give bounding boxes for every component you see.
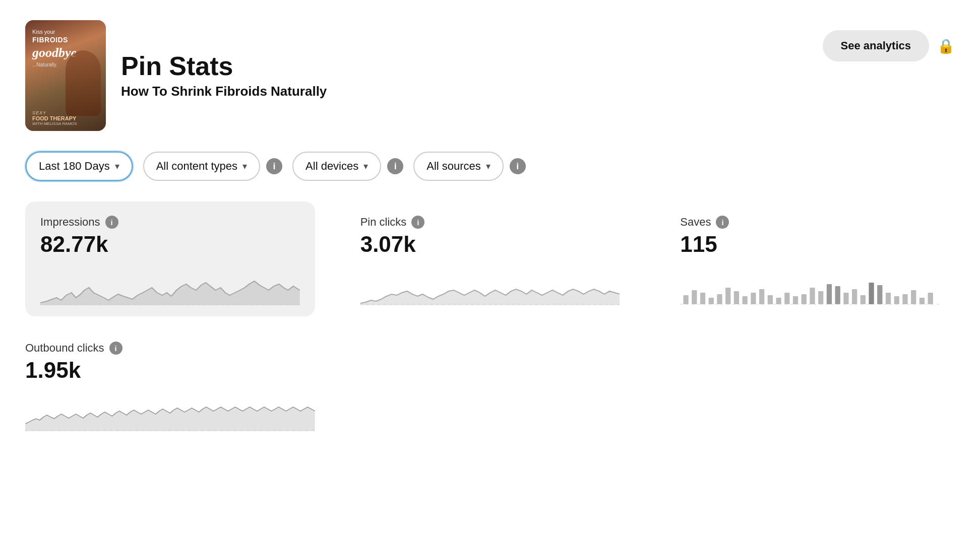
svg-rect-19 <box>827 284 832 304</box>
saves-label: Saves <box>680 216 711 229</box>
svg-rect-17 <box>810 288 815 304</box>
svg-rect-31 <box>928 293 933 304</box>
devices-group: All devices ▾ i <box>292 152 403 181</box>
svg-rect-27 <box>894 296 899 304</box>
chevron-down-icon: ▾ <box>363 161 368 172</box>
devices-dropdown[interactable]: All devices ▾ <box>292 152 381 181</box>
content-types-info-icon[interactable]: i <box>266 158 282 174</box>
svg-rect-25 <box>877 285 882 304</box>
header-titles: Pin Stats How To Shrink Fibroids Natural… <box>121 52 327 99</box>
devices-label: All devices <box>305 160 358 173</box>
pin-clicks-chart <box>360 265 620 305</box>
svg-rect-21 <box>844 293 849 304</box>
empty-col-3 <box>665 336 955 436</box>
svg-rect-16 <box>802 294 807 304</box>
pin-thumbnail: Kiss your FIBROIDS goodbye ...Naturally.… <box>25 20 106 131</box>
svg-rect-5 <box>709 298 714 304</box>
devices-info-icon[interactable]: i <box>387 158 403 174</box>
outbound-clicks-chart <box>25 391 315 431</box>
header-left: Kiss your FIBROIDS goodbye ...Naturally.… <box>25 20 327 131</box>
outbound-clicks-card: Outbound clicks i 1.95k <box>25 336 315 436</box>
svg-rect-28 <box>903 294 908 304</box>
svg-rect-24 <box>869 283 874 304</box>
svg-rect-9 <box>743 296 748 304</box>
impressions-card: Impressions i 82.77k <box>25 201 315 316</box>
svg-rect-6 <box>717 294 722 304</box>
impressions-chart <box>40 265 300 305</box>
pin-clicks-label: Pin clicks <box>360 216 407 229</box>
outbound-clicks-label-group: Outbound clicks i <box>25 342 315 355</box>
page-header: Kiss your FIBROIDS goodbye ...Naturally.… <box>25 20 955 131</box>
svg-rect-22 <box>852 289 857 304</box>
filters-bar: Last 180 Days ▾ All content types ▾ i Al… <box>25 151 955 181</box>
svg-rect-13 <box>776 298 781 304</box>
see-analytics-button[interactable]: See analytics <box>823 30 929 61</box>
svg-rect-12 <box>768 295 773 304</box>
saves-value: 115 <box>680 232 940 257</box>
svg-rect-11 <box>759 289 764 304</box>
sources-group: All sources ▾ i <box>413 152 526 181</box>
header-right: See analytics 🔒 <box>823 20 955 61</box>
pin-brand-text: Sexy FOOD THERAPY WITH MELISSA RAMOS <box>32 110 99 126</box>
svg-rect-20 <box>835 286 840 304</box>
content-types-group: All content types ▾ i <box>143 152 282 181</box>
svg-rect-3 <box>692 290 697 304</box>
svg-rect-7 <box>725 288 730 304</box>
empty-col-2 <box>345 336 635 436</box>
svg-rect-26 <box>886 293 891 304</box>
svg-rect-14 <box>784 293 789 304</box>
sources-info-icon[interactable]: i <box>510 158 526 174</box>
lock-icon: 🔒 <box>937 38 955 54</box>
svg-rect-23 <box>861 295 866 304</box>
outbound-clicks-value: 1.95k <box>25 358 315 383</box>
content-types-dropdown[interactable]: All content types ▾ <box>143 152 260 181</box>
svg-rect-10 <box>751 293 756 304</box>
silhouette-decoration <box>66 50 101 116</box>
saves-info-icon[interactable]: i <box>716 216 729 229</box>
pin-clicks-value: 3.07k <box>360 232 620 257</box>
chevron-down-icon: ▾ <box>486 161 491 172</box>
svg-rect-8 <box>734 291 739 304</box>
page-title: Pin Stats <box>121 52 327 81</box>
sources-dropdown[interactable]: All sources ▾ <box>413 152 504 181</box>
svg-rect-2 <box>684 295 689 304</box>
chevron-down-icon: ▾ <box>115 161 119 172</box>
stats-grid: Impressions i 82.77k Pin clicks i 3.07k <box>25 201 955 316</box>
stats-bottom-grid: Outbound clicks i 1.95k <box>25 336 955 436</box>
chevron-down-icon: ▾ <box>242 161 247 172</box>
svg-rect-15 <box>793 296 798 304</box>
saves-chart <box>680 265 940 305</box>
date-range-dropdown[interactable]: Last 180 Days ▾ <box>25 151 133 181</box>
impressions-value: 82.77k <box>40 232 300 257</box>
sources-label: All sources <box>426 160 481 173</box>
saves-card: Saves i 115 <box>665 201 955 316</box>
outbound-clicks-label: Outbound clicks <box>25 342 104 355</box>
saves-label-group: Saves i <box>680 216 940 229</box>
impressions-label: Impressions <box>40 216 100 229</box>
pin-clicks-card: Pin clicks i 3.07k <box>345 201 635 316</box>
svg-rect-18 <box>818 291 823 304</box>
svg-rect-29 <box>911 290 916 304</box>
outbound-clicks-info-icon[interactable]: i <box>109 342 122 355</box>
content-types-label: All content types <box>156 160 237 173</box>
impressions-info-icon[interactable]: i <box>105 216 118 229</box>
page-subtitle: How To Shrink Fibroids Naturally <box>121 84 327 99</box>
date-range-label: Last 180 Days <box>39 160 110 173</box>
svg-rect-30 <box>920 298 925 304</box>
svg-rect-4 <box>700 293 705 304</box>
pin-clicks-label-group: Pin clicks i <box>360 216 620 229</box>
pin-clicks-info-icon[interactable]: i <box>411 216 424 229</box>
impressions-label-group: Impressions i <box>40 216 300 229</box>
